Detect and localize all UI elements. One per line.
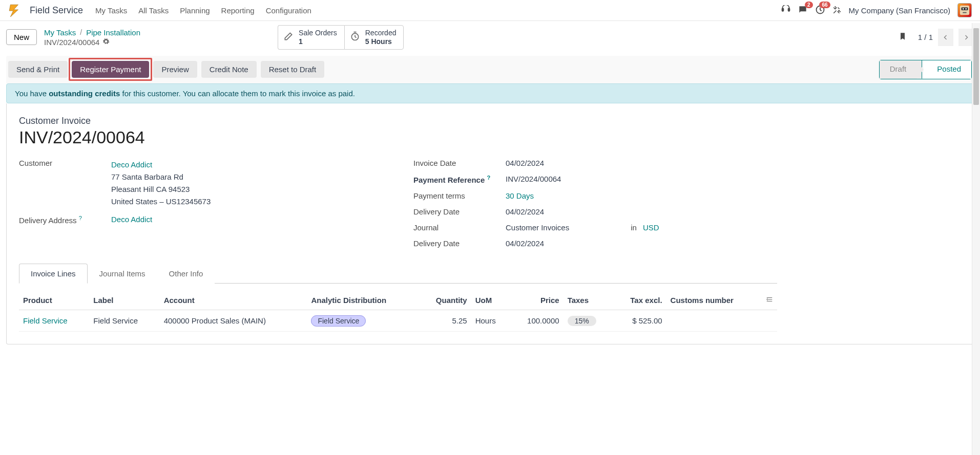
table-row[interactable]: Field Service Field Service 400000 Produ… bbox=[19, 310, 777, 331]
stat-recorded-label: Recorded bbox=[365, 29, 397, 37]
tabs: Invoice Lines Journal Items Other Info bbox=[19, 263, 777, 284]
pager-text: 1 / 1 bbox=[918, 33, 933, 41]
status-arrow bbox=[916, 60, 924, 79]
credit-note-button[interactable]: Credit Note bbox=[201, 61, 257, 78]
form-sheet: Customer Invoice INV/2024/00064 Customer… bbox=[6, 103, 974, 344]
customer-link[interactable]: Deco Addict bbox=[111, 160, 152, 169]
th-quantity[interactable]: Quantity bbox=[419, 291, 471, 310]
scrollbar[interactable] bbox=[972, 23, 980, 344]
row-analytic-tag[interactable]: Field Service bbox=[311, 315, 366, 327]
payment-terms-link[interactable]: 30 Days bbox=[506, 191, 534, 200]
delivery-address-label: Delivery Address ? bbox=[19, 215, 101, 225]
journal-label: Journal bbox=[413, 223, 495, 232]
nav-my-tasks[interactable]: My Tasks bbox=[95, 6, 127, 15]
alert-pre: You have bbox=[15, 89, 49, 98]
th-tax-excl[interactable]: Tax excl. bbox=[613, 291, 666, 310]
help-icon[interactable]: ? bbox=[487, 175, 490, 181]
stat-buttons: Sale Orders 1 Recorded 5 Hours bbox=[278, 25, 404, 50]
main-area: Send & Print Register Payment Preview Cr… bbox=[0, 56, 980, 344]
app-logo bbox=[8, 4, 22, 17]
row-price[interactable]: 100.0000 bbox=[510, 310, 564, 331]
row-customs[interactable] bbox=[666, 310, 762, 331]
send-print-button[interactable]: Send & Print bbox=[8, 61, 68, 78]
addr-line1: 77 Santa Barbara Rd bbox=[111, 172, 183, 181]
gear-icon[interactable] bbox=[102, 38, 110, 47]
pager: 1 / 1 bbox=[899, 29, 974, 46]
addr-line3: United States – US12345673 bbox=[111, 197, 211, 206]
th-price[interactable]: Price bbox=[510, 291, 564, 310]
invoice-date-value: 04/02/2024 bbox=[506, 159, 544, 167]
svg-point-6 bbox=[965, 8, 967, 10]
row-label[interactable]: Field Service bbox=[89, 310, 159, 331]
edit-icon bbox=[283, 31, 294, 43]
row-qty[interactable]: 5.25 bbox=[419, 310, 471, 331]
app-title[interactable]: Field Service bbox=[30, 5, 83, 16]
scroll-thumb[interactable] bbox=[973, 28, 979, 105]
stat-sale-orders-label: Sale Orders bbox=[299, 29, 337, 37]
activities-icon[interactable]: 66 bbox=[815, 5, 825, 16]
nav-reporting[interactable]: Reporting bbox=[221, 6, 255, 15]
pager-prev[interactable] bbox=[938, 29, 953, 46]
tab-other-info[interactable]: Other Info bbox=[157, 264, 215, 284]
user-avatar[interactable] bbox=[957, 3, 972, 17]
nav-all-tasks[interactable]: All Tasks bbox=[138, 6, 169, 15]
th-customs[interactable]: Customs number bbox=[666, 291, 762, 310]
messages-badge: 2 bbox=[805, 2, 813, 8]
breadcrumb-subtitle: INV/2024/00064 bbox=[44, 38, 99, 47]
payment-terms-label: Payment terms bbox=[413, 191, 495, 200]
column-options-icon[interactable] bbox=[762, 291, 777, 310]
th-product[interactable]: Product bbox=[19, 291, 89, 310]
reset-draft-button[interactable]: Reset to Draft bbox=[261, 61, 325, 78]
row-uom[interactable]: Hours bbox=[471, 310, 510, 331]
bookmark-icon[interactable] bbox=[899, 31, 907, 43]
row-tax-pill[interactable]: 15% bbox=[568, 316, 596, 326]
status-posted[interactable]: Posted bbox=[924, 60, 971, 79]
delivery-address-link[interactable]: Deco Addict bbox=[111, 215, 152, 224]
row-product[interactable]: Field Service bbox=[23, 316, 68, 325]
th-uom[interactable]: UoM bbox=[471, 291, 510, 310]
nav-planning[interactable]: Planning bbox=[180, 6, 210, 15]
phone-icon[interactable] bbox=[781, 5, 790, 16]
control-bar: New My Tasks / Pipe Installation INV/202… bbox=[0, 21, 980, 56]
stat-sale-orders[interactable]: Sale Orders 1 bbox=[278, 25, 344, 50]
company-selector[interactable]: My Company (San Francisco) bbox=[849, 6, 950, 15]
payment-reference-label: Payment Reference ? bbox=[413, 175, 495, 184]
status-pill: Draft Posted bbox=[879, 60, 972, 79]
breadcrumb-pipe-installation[interactable]: Pipe Installation bbox=[86, 28, 140, 37]
stat-recorded[interactable]: Recorded 5 Hours bbox=[344, 25, 404, 50]
row-tax-excl: $ 525.00 bbox=[613, 310, 666, 331]
th-taxes[interactable]: Taxes bbox=[564, 291, 613, 310]
nav-configuration[interactable]: Configuration bbox=[266, 6, 311, 15]
tab-invoice-lines[interactable]: Invoice Lines bbox=[19, 264, 88, 284]
th-label[interactable]: Label bbox=[89, 291, 159, 310]
alert-bold: outstanding credits bbox=[49, 89, 120, 98]
journal-value[interactable]: Customer Invoices bbox=[506, 223, 569, 232]
breadcrumb-separator: / bbox=[80, 28, 82, 36]
status-draft[interactable]: Draft bbox=[880, 60, 917, 79]
form-right-column: Invoice Date 04/02/2024 Payment Referenc… bbox=[413, 159, 777, 248]
register-payment-button[interactable]: Register Payment bbox=[72, 61, 149, 78]
tools-icon[interactable] bbox=[832, 5, 842, 16]
alert-outstanding-credits: You have outstanding credits for this cu… bbox=[6, 83, 974, 103]
stat-sale-orders-value: 1 bbox=[299, 37, 337, 46]
new-button[interactable]: New bbox=[6, 29, 37, 45]
action-row: Send & Print Register Payment Preview Cr… bbox=[6, 56, 974, 83]
help-icon[interactable]: ? bbox=[79, 215, 82, 221]
tab-journal-items[interactable]: Journal Items bbox=[88, 264, 157, 284]
row-account[interactable]: 400000 Product Sales (MAIN) bbox=[160, 310, 307, 331]
th-account[interactable]: Account bbox=[160, 291, 307, 310]
svg-point-5 bbox=[963, 8, 964, 10]
delivery-date-value: 04/02/2024 bbox=[506, 207, 544, 216]
payment-reference-value[interactable]: INV/2024/00064 bbox=[506, 175, 561, 183]
top-bar: Field Service My Tasks All Tasks Plannin… bbox=[0, 0, 980, 21]
th-analytic[interactable]: Analytic Distribution bbox=[307, 291, 419, 310]
delivery-date-label: Delivery Date bbox=[413, 207, 495, 216]
customer-label: Customer bbox=[19, 159, 101, 167]
svg-rect-1 bbox=[788, 8, 789, 11]
journal-currency[interactable]: USD bbox=[643, 223, 659, 232]
preview-button[interactable]: Preview bbox=[153, 61, 197, 78]
top-icon-tray: 2 66 My Company (San Francisco) bbox=[781, 3, 972, 17]
messages-icon[interactable]: 2 bbox=[798, 5, 808, 16]
breadcrumb-my-tasks[interactable]: My Tasks bbox=[44, 28, 76, 37]
clock-icon bbox=[350, 31, 360, 43]
